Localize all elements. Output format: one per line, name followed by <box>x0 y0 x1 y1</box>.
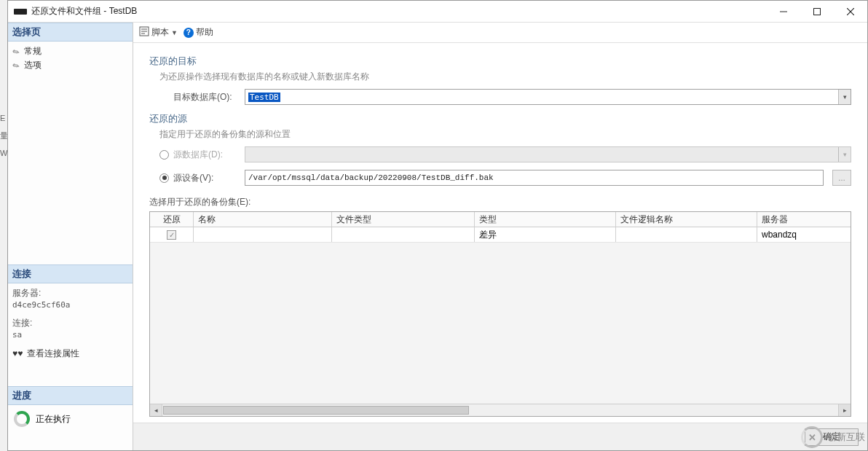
target-db-label: 目标数据库(O): <box>173 91 240 103</box>
help-label: 帮助 <box>196 26 213 39</box>
sidebar-page-general[interactable]: ✎ 常规 <box>12 44 128 58</box>
progress-header: 进度 <box>8 386 133 405</box>
plug-icon: ♥♥ <box>12 347 23 360</box>
pen-icon: ✎ <box>11 59 23 71</box>
source-db-label: 源数据库(D): <box>173 149 240 161</box>
target-db-combo[interactable]: TestDB ▾ <box>245 89 851 105</box>
horizontal-scrollbar[interactable]: ◂ ▸ <box>150 404 851 416</box>
cell-name <box>194 227 332 242</box>
th-server[interactable]: 服务器 <box>757 212 851 227</box>
cell-file-logical-name <box>616 227 757 242</box>
source-device-label: 源设备(V): <box>173 172 240 184</box>
chevron-down-icon: ▼ <box>171 29 178 36</box>
sidebar-page-options[interactable]: ✎ 选项 <box>12 58 128 72</box>
view-connection-properties-link[interactable]: ♥♥ 查看连接属性 <box>12 347 128 360</box>
script-label: 脚本 <box>151 26 169 39</box>
select-page-header: 选择页 <box>8 23 133 42</box>
connection-value: sa <box>12 329 128 342</box>
cell-server: wbandzq <box>757 227 851 242</box>
th-type[interactable]: 类型 <box>475 212 616 227</box>
cell-type: 差异 <box>475 227 616 242</box>
target-section-header: 还原的目标 <box>149 55 851 68</box>
browse-device-button[interactable]: … <box>832 170 851 186</box>
chevron-down-icon: ▾ <box>838 147 851 162</box>
ok-button[interactable]: 确定 <box>805 428 859 446</box>
restore-dialog-window: 还原文件和文件组 - TestDB 选择页 ✎ 常规 ✎ 选项 <box>7 0 868 451</box>
source-section-sub: 指定用于还原的备份集的源和位置 <box>149 128 851 141</box>
source-device-value: /var/opt/mssql/data/backup/20220908/Test… <box>248 173 494 182</box>
script-dropdown[interactable]: 脚本 ▼ <box>139 26 178 39</box>
sidebar-page-label: 选项 <box>24 59 42 71</box>
server-label: 服务器: <box>12 286 128 299</box>
grid-label: 选择用于还原的备份集(E): <box>149 196 851 208</box>
progress-spinner-icon <box>14 411 30 427</box>
connection-label: 连接: <box>12 316 128 329</box>
target-db-value: TestDB <box>248 93 280 102</box>
titlebar: 还原文件和文件组 - TestDB <box>8 1 867 23</box>
table-row[interactable]: ✓ 差异 wbandzq <box>150 227 851 243</box>
th-restore[interactable]: 还原 <box>150 212 194 227</box>
dialog-footer: 确定 <box>133 423 867 450</box>
sidebar-page-label: 常规 <box>24 45 42 58</box>
cell-file-type <box>332 227 475 242</box>
table-header-row: 还原 名称 文件类型 类型 文件逻辑名称 服务器 <box>150 212 851 227</box>
source-db-radio[interactable] <box>159 150 169 160</box>
sidebar: 选择页 ✎ 常规 ✎ 选项 连接 服务器: d4ce9c5cf60a 连接: s… <box>8 23 133 450</box>
restore-checkbox[interactable]: ✓ <box>167 230 176 240</box>
help-icon: ? <box>184 28 194 38</box>
svg-rect-1 <box>814 8 821 15</box>
app-icon <box>14 9 27 15</box>
th-file-logical-name[interactable]: 文件逻辑名称 <box>616 212 757 227</box>
progress-status: 正在执行 <box>36 413 71 425</box>
th-name[interactable]: 名称 <box>194 212 332 227</box>
help-button[interactable]: ? 帮助 <box>184 26 213 39</box>
server-value: d4ce9c5cf60a <box>12 299 128 312</box>
source-db-combo: ▾ <box>245 146 851 162</box>
toolbar: 脚本 ▼ ? 帮助 <box>133 23 867 43</box>
chevron-down-icon[interactable]: ▾ <box>838 90 851 104</box>
pen-icon: ✎ <box>11 45 23 58</box>
minimize-button[interactable] <box>767 1 800 23</box>
scroll-right-icon[interactable]: ▸ <box>838 404 851 416</box>
ok-button-label: 确定 <box>823 431 840 443</box>
th-file-type[interactable]: 文件类型 <box>332 212 475 227</box>
source-section-header: 还原的源 <box>149 112 851 125</box>
view-connection-properties-label: 查看连接属性 <box>27 347 79 360</box>
close-button[interactable] <box>834 1 867 23</box>
backup-sets-table: 还原 名称 文件类型 类型 文件逻辑名称 服务器 ✓ 差异 <box>149 211 851 417</box>
connection-header: 连接 <box>8 264 133 283</box>
maximize-button[interactable] <box>800 1 834 23</box>
scroll-thumb[interactable] <box>163 406 469 415</box>
source-device-radio[interactable] <box>159 173 169 183</box>
source-device-textbox[interactable]: /var/opt/mssql/data/backup/20220908/Test… <box>245 170 824 186</box>
script-icon <box>139 26 149 39</box>
main-panel: 脚本 ▼ ? 帮助 还原的目标 为还原操作选择现有数据库的名称或键入新数据库名称… <box>133 23 867 450</box>
target-section-sub: 为还原操作选择现有数据库的名称或键入新数据库名称 <box>149 71 851 83</box>
window-title: 还原文件和文件组 - TestDB <box>31 5 767 17</box>
scroll-left-icon[interactable]: ◂ <box>150 404 162 416</box>
